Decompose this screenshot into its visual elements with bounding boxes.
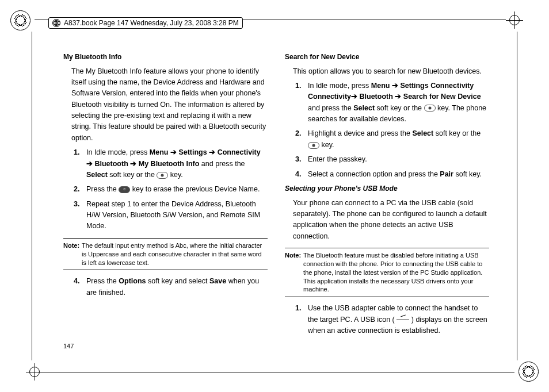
search-step-1: 1. In Idle mode, press Menu ➔ Settings C… bbox=[295, 80, 489, 125]
search-step-3: 3. Enter the passkey. bbox=[295, 154, 489, 165]
spiral-icon bbox=[52, 19, 60, 27]
search-step-4: 4. Select a connection option and press … bbox=[295, 169, 489, 180]
intro-my-bluetooth: The My Bluetooth Info feature allows you… bbox=[71, 66, 268, 144]
note-usb: Note: The Bluetooth feature must be disa… bbox=[285, 248, 489, 297]
page-body: My Bluetooth Info The My Bluetooth Info … bbox=[63, 52, 489, 353]
steps-my-bluetooth: 1. In Idle mode, press Menu ➔ Settings ➔… bbox=[74, 147, 268, 232]
step-3: 3. Repeat step 1 to enter the Device Add… bbox=[74, 199, 268, 232]
step-2: 2. Press the key to erase the previous D… bbox=[74, 184, 268, 195]
steps-usb: 1. Use the USB adapter cable to connect … bbox=[295, 303, 489, 336]
search-step-2: 2. Highlight a device and press the Sele… bbox=[295, 128, 489, 151]
clear-key-icon bbox=[119, 186, 130, 193]
steps-my-bluetooth-cont: 4. Press the Options soft key and select… bbox=[74, 276, 268, 298]
step-4: 4. Press the Options soft key and select… bbox=[74, 276, 268, 298]
steps-search: 1. In Idle mode, press Menu ➔ Settings C… bbox=[295, 80, 489, 180]
step-1: 1. In Idle mode, press Menu ➔ Settings ➔… bbox=[74, 147, 268, 180]
crop-disc-br bbox=[518, 362, 539, 382]
usb-icon bbox=[396, 317, 409, 322]
heading-search-new-device: Search for New Device bbox=[285, 52, 489, 63]
crop-line-left bbox=[32, 32, 32, 360]
crop-line-right bbox=[517, 32, 517, 360]
note-abc-input: Note: The default input entry method is … bbox=[63, 238, 268, 271]
crop-header: A837.book Page 147 Wednesday, July 23, 2… bbox=[48, 17, 243, 29]
crop-cross-bl bbox=[26, 363, 43, 381]
usb-step-1: 1. Use the USB adapter cable to connect … bbox=[295, 303, 489, 336]
crop-line-bottom bbox=[43, 372, 514, 372]
intro-usb: Your phone can connect to a PC via the U… bbox=[293, 198, 489, 243]
left-column: My Bluetooth Info The My Bluetooth Info … bbox=[63, 52, 268, 353]
center-key-icon bbox=[308, 142, 319, 149]
center-key-icon bbox=[157, 172, 168, 179]
page-number: 147 bbox=[63, 341, 74, 351]
intro-search: This option allows you to search for new… bbox=[293, 66, 489, 77]
heading-my-bluetooth-info: My Bluetooth Info bbox=[63, 52, 268, 63]
heading-usb-mode: Selecting your Phone's USB Mode bbox=[285, 183, 489, 194]
center-key-icon bbox=[424, 105, 436, 112]
crop-cross-tr bbox=[506, 11, 523, 29]
crop-header-text: A837.book Page 147 Wednesday, July 23, 2… bbox=[64, 19, 239, 27]
right-column: Search for New Device This option allows… bbox=[285, 52, 489, 353]
crop-disc-tl bbox=[10, 10, 30, 30]
